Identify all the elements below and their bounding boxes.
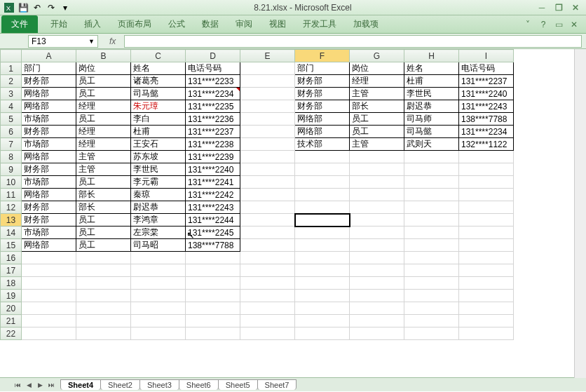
cell[interactable]	[295, 189, 350, 201]
ribbon-expand-icon[interactable]: ▭	[552, 18, 565, 31]
cell[interactable]: 网络部	[22, 239, 76, 252]
cell[interactable]	[350, 189, 404, 201]
cell[interactable]	[240, 62, 295, 75]
cell[interactable]	[131, 327, 186, 340]
cell[interactable]: 尉迟恭	[131, 201, 186, 214]
column-header[interactable]: H	[404, 50, 459, 62]
cell[interactable]	[186, 252, 240, 264]
cell[interactable]: 网络部	[295, 126, 350, 138]
cell[interactable]: 李世民	[404, 88, 459, 100]
cell[interactable]	[240, 138, 295, 151]
cell[interactable]: 131****2238	[186, 138, 240, 151]
row-header[interactable]: 22	[1, 327, 22, 340]
cell[interactable]: 财务部	[22, 201, 76, 214]
row-header[interactable]: 12	[1, 201, 22, 214]
cell[interactable]	[459, 315, 514, 327]
cell[interactable]	[240, 315, 295, 327]
cell[interactable]: 司马师	[404, 113, 459, 126]
cell[interactable]	[350, 227, 404, 239]
cell[interactable]: 网络部	[22, 100, 76, 113]
cell[interactable]: 网络部	[22, 151, 76, 163]
save-icon[interactable]: 💾	[17, 1, 29, 14]
cell[interactable]	[240, 189, 295, 201]
cell[interactable]	[131, 315, 186, 327]
row-header[interactable]: 21	[1, 315, 22, 327]
cell[interactable]: 电话号码	[459, 62, 514, 75]
cell[interactable]	[76, 327, 131, 340]
restore-button[interactable]: ❐	[551, 1, 566, 14]
cell[interactable]: 司马昭	[131, 239, 186, 252]
cell[interactable]	[404, 201, 459, 214]
cell[interactable]: 李世民	[131, 163, 186, 176]
redo-icon[interactable]: ↷	[45, 1, 57, 14]
workbook-close-icon[interactable]: ✕	[568, 18, 580, 31]
row-header[interactable]: 16	[1, 252, 22, 264]
cell[interactable]: 财务部	[295, 88, 350, 100]
cell[interactable]	[240, 290, 295, 302]
cell[interactable]	[459, 302, 514, 315]
cell[interactable]	[295, 264, 350, 277]
cell[interactable]	[240, 227, 295, 239]
cell[interactable]	[295, 315, 350, 327]
cell[interactable]	[76, 302, 131, 315]
row-header[interactable]: 1	[1, 62, 22, 75]
sheet-tab[interactable]: Sheet7	[257, 379, 297, 390]
cell[interactable]	[186, 327, 240, 340]
cell[interactable]: 市场部	[22, 113, 76, 126]
cell[interactable]	[240, 302, 295, 315]
sheet-tab[interactable]: Sheet4	[60, 379, 101, 390]
cell[interactable]: 131****2245	[186, 227, 240, 239]
row-header[interactable]: 6	[1, 126, 22, 138]
cell[interactable]: 员工	[350, 126, 404, 138]
undo-icon[interactable]: ↶	[31, 1, 43, 14]
cell[interactable]	[131, 290, 186, 302]
sheet-tab[interactable]: Sheet2	[100, 379, 140, 390]
cell[interactable]: 131****2235	[186, 100, 240, 113]
cell[interactable]	[404, 151, 459, 163]
cell[interactable]	[350, 201, 404, 214]
ribbon-tab[interactable]: 开发工具	[294, 15, 345, 33]
cell[interactable]: 李元霸	[131, 176, 186, 189]
cell[interactable]	[240, 113, 295, 126]
cell[interactable]: 司马懿	[131, 88, 186, 100]
cell[interactable]	[22, 264, 76, 277]
cell[interactable]	[459, 290, 514, 302]
cell[interactable]: 李白	[131, 113, 186, 126]
cell[interactable]: 财务部	[22, 214, 76, 227]
cell[interactable]	[295, 227, 350, 239]
cell[interactable]	[131, 277, 186, 290]
cell[interactable]	[295, 277, 350, 290]
cell[interactable]	[404, 189, 459, 201]
column-header[interactable]: B	[76, 50, 131, 62]
cell[interactable]: 131****2234	[459, 126, 514, 138]
cell[interactable]	[350, 302, 404, 315]
cell[interactable]	[404, 277, 459, 290]
sheet-tab[interactable]: Sheet6	[179, 379, 219, 390]
cell[interactable]	[459, 264, 514, 277]
cell[interactable]	[186, 315, 240, 327]
cell[interactable]: 左宗棠	[131, 227, 186, 239]
column-header[interactable]: A	[22, 50, 76, 62]
cell[interactable]	[295, 239, 350, 252]
cell[interactable]: 财务部	[22, 163, 76, 176]
cell[interactable]	[350, 163, 404, 176]
cell[interactable]: 员工	[76, 214, 131, 227]
cell[interactable]	[76, 252, 131, 264]
cell[interactable]: 尉迟恭	[404, 100, 459, 113]
cell[interactable]	[22, 252, 76, 264]
cell[interactable]: 财务部	[22, 126, 76, 138]
row-header[interactable]: 13	[1, 214, 22, 227]
row-header[interactable]: 15	[1, 239, 22, 252]
cell[interactable]	[295, 214, 350, 227]
column-header[interactable]: G	[350, 50, 404, 62]
close-button[interactable]: ✕	[568, 1, 583, 14]
cell[interactable]: 131****2233	[186, 75, 240, 88]
row-header[interactable]: 5	[1, 113, 22, 126]
cell[interactable]: 网络部	[22, 189, 76, 201]
cell[interactable]: 武则天	[404, 138, 459, 151]
cell[interactable]: 131****2234	[186, 88, 240, 100]
cell[interactable]	[350, 277, 404, 290]
cell[interactable]	[404, 214, 459, 227]
cell[interactable]: 李鸿章	[131, 214, 186, 227]
cell[interactable]: 诸葛亮	[131, 75, 186, 88]
